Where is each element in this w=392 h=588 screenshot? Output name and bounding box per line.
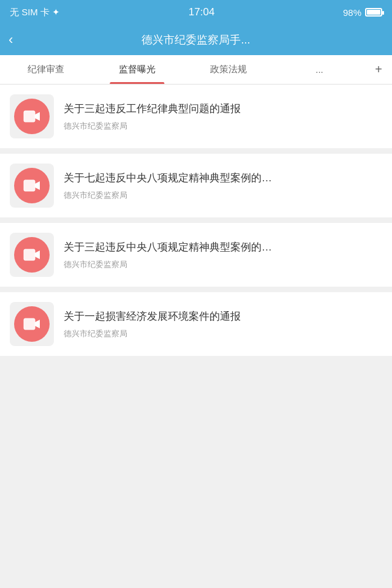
article-source: 德兴市纪委监察局 [64, 190, 382, 201]
article-text: 关于一起损害经济发展环境案件的通报 德兴市纪委监察局 [64, 309, 382, 339]
battery-percent: 98% [343, 7, 361, 18]
article-icon [14, 237, 50, 273]
svg-rect-9 [24, 318, 35, 330]
status-left: 无 SIM 卡 ✦ [10, 7, 60, 18]
svg-marker-10 [35, 320, 40, 328]
tab-more-label[interactable]: ... [274, 55, 365, 84]
article-item[interactable]: 关于三起违反中央八项规定精神典型案例的… 德兴市纪委监察局 [0, 223, 392, 287]
article-title: 关于三起违反中央八项规定精神典型案例的… [64, 239, 382, 255]
divider [0, 218, 392, 223]
article-icon [14, 168, 50, 203]
article-icon-wrap [10, 302, 54, 346]
article-text: 关于三起违反工作纪律典型问题的通报 德兴市纪委监察局 [64, 101, 382, 132]
svg-marker-4 [35, 181, 40, 190]
tab-jilvshencha[interactable]: 纪律审查 [0, 55, 91, 84]
sim-label: 无 SIM 卡 ✦ [10, 7, 60, 18]
article-source: 德兴市纪委监察局 [64, 328, 382, 339]
svg-marker-1 [35, 112, 40, 121]
svg-rect-0 [24, 111, 35, 122]
article-icon-wrap [10, 94, 54, 138]
tab-zhengcefagui[interactable]: 政策法规 [183, 55, 274, 84]
content-area: 关于三起违反工作纪律典型问题的通报 德兴市纪委监察局 关于七起违反中央八项规定精… [0, 85, 392, 356]
article-source: 德兴市纪委监察局 [64, 121, 382, 132]
article-source: 德兴市纪委监察局 [64, 259, 382, 270]
article-text: 关于三起违反中央八项规定精神典型案例的… 德兴市纪委监察局 [64, 239, 382, 270]
article-icon [14, 99, 50, 134]
nav-bar: ‹ 德兴市纪委监察局手... [0, 24, 392, 55]
svg-marker-7 [35, 251, 40, 259]
article-item[interactable]: 关于七起违反中央八项规定精神典型案例的… 德兴市纪委监察局 [0, 154, 392, 217]
article-title: 关于一起损害经济发展环境案件的通报 [64, 309, 382, 325]
battery-icon [365, 8, 382, 17]
article-icon-wrap [10, 233, 54, 277]
tab-bar: 纪律审查 监督曝光 政策法规 ... + [0, 55, 392, 85]
article-text: 关于七起违反中央八项规定精神典型案例的… 德兴市纪委监察局 [64, 170, 382, 201]
article-icon [14, 306, 50, 342]
status-right: 98% [343, 7, 382, 18]
status-bar: 无 SIM 卡 ✦ 17:04 98% [0, 0, 392, 24]
article-title: 关于三起违反工作纪律典型问题的通报 [64, 101, 382, 117]
tab-add-button[interactable]: + [365, 55, 392, 84]
divider [0, 287, 392, 292]
status-time: 17:04 [189, 6, 215, 18]
article-icon-wrap [10, 164, 54, 208]
article-item[interactable]: 关于三起违反工作纪律典型问题的通报 德兴市纪委监察局 [0, 85, 392, 148]
divider [0, 149, 392, 154]
tab-jiandubaoguang[interactable]: 监督曝光 [91, 55, 183, 84]
article-title: 关于七起违反中央八项规定精神典型案例的… [64, 170, 382, 186]
svg-rect-6 [24, 249, 35, 260]
page-title: 德兴市纪委监察局手... [141, 32, 250, 47]
article-item[interactable]: 关于一起损害经济发展环境案件的通报 德兴市纪委监察局 [0, 292, 392, 356]
svg-rect-3 [24, 180, 35, 191]
back-button[interactable]: ‹ [9, 32, 13, 48]
